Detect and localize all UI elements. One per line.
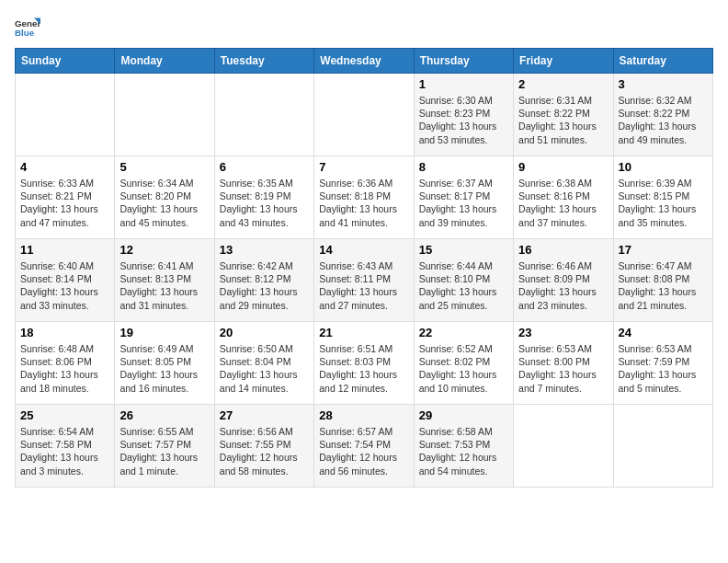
day-number: 9 bbox=[518, 160, 608, 174]
day-number: 13 bbox=[220, 243, 309, 257]
day-cell: 24Sunrise: 6:53 AMSunset: 7:59 PMDayligh… bbox=[613, 322, 712, 405]
day-cell: 10Sunrise: 6:39 AMSunset: 8:15 PMDayligh… bbox=[613, 156, 712, 239]
logo-icon: General Blue bbox=[15, 15, 40, 40]
day-number: 23 bbox=[518, 326, 608, 339]
day-info: Sunrise: 6:49 AMSunset: 8:05 PMDaylight:… bbox=[119, 342, 209, 395]
day-number: 10 bbox=[619, 160, 708, 174]
day-cell: 25Sunrise: 6:54 AMSunset: 7:58 PMDayligh… bbox=[16, 405, 115, 488]
day-cell: 8Sunrise: 6:37 AMSunset: 8:17 PMDaylight… bbox=[414, 156, 513, 239]
day-info: Sunrise: 6:48 AMSunset: 8:06 PMDaylight:… bbox=[20, 342, 109, 395]
calendar-table: SundayMondayTuesdayWednesdayThursdayFrid… bbox=[15, 48, 713, 488]
day-cell: 23Sunrise: 6:53 AMSunset: 8:00 PMDayligh… bbox=[514, 322, 613, 405]
day-cell: 17Sunrise: 6:47 AMSunset: 8:08 PMDayligh… bbox=[613, 239, 712, 322]
day-number: 21 bbox=[319, 326, 408, 339]
day-info: Sunrise: 6:53 AMSunset: 7:59 PMDaylight:… bbox=[619, 342, 708, 395]
header-cell-monday: Monday bbox=[115, 49, 214, 74]
day-cell: 7Sunrise: 6:36 AMSunset: 8:18 PMDaylight… bbox=[314, 156, 414, 239]
day-number: 7 bbox=[319, 160, 408, 174]
day-number: 25 bbox=[20, 408, 109, 422]
day-info: Sunrise: 6:38 AMSunset: 8:16 PMDaylight:… bbox=[518, 177, 608, 229]
day-cell: 20Sunrise: 6:50 AMSunset: 8:04 PMDayligh… bbox=[214, 322, 313, 405]
day-number: 16 bbox=[518, 243, 608, 257]
day-number: 15 bbox=[419, 243, 508, 257]
day-cell: 2Sunrise: 6:31 AMSunset: 8:22 PMDaylight… bbox=[514, 74, 613, 156]
day-cell: 29Sunrise: 6:58 AMSunset: 7:53 PMDayligh… bbox=[414, 405, 513, 488]
day-cell: 9Sunrise: 6:38 AMSunset: 8:16 PMDaylight… bbox=[514, 156, 613, 239]
day-number: 11 bbox=[20, 243, 109, 257]
day-cell: 1Sunrise: 6:30 AMSunset: 8:23 PMDaylight… bbox=[414, 74, 513, 156]
day-number: 4 bbox=[20, 160, 109, 174]
day-cell bbox=[16, 74, 115, 156]
day-cell: 14Sunrise: 6:43 AMSunset: 8:11 PMDayligh… bbox=[314, 239, 414, 322]
day-cell: 16Sunrise: 6:46 AMSunset: 8:09 PMDayligh… bbox=[514, 239, 613, 322]
day-info: Sunrise: 6:30 AMSunset: 8:23 PMDaylight:… bbox=[419, 94, 508, 146]
day-cell: 5Sunrise: 6:34 AMSunset: 8:20 PMDaylight… bbox=[115, 156, 214, 239]
day-info: Sunrise: 6:55 AMSunset: 7:57 PMDaylight:… bbox=[119, 425, 209, 477]
day-info: Sunrise: 6:35 AMSunset: 8:19 PMDaylight:… bbox=[220, 177, 309, 229]
day-cell: 26Sunrise: 6:55 AMSunset: 7:57 PMDayligh… bbox=[115, 405, 214, 488]
day-info: Sunrise: 6:43 AMSunset: 8:11 PMDaylight:… bbox=[319, 259, 408, 312]
header-cell-saturday: Saturday bbox=[613, 49, 712, 74]
day-number: 29 bbox=[419, 408, 508, 422]
day-info: Sunrise: 6:42 AMSunset: 8:12 PMDaylight:… bbox=[220, 259, 309, 312]
day-cell bbox=[314, 74, 414, 156]
day-number: 20 bbox=[220, 326, 309, 339]
day-number: 26 bbox=[119, 408, 209, 422]
header-cell-tuesday: Tuesday bbox=[214, 49, 313, 74]
day-number: 28 bbox=[319, 408, 408, 422]
day-number: 5 bbox=[119, 160, 209, 174]
svg-text:Blue: Blue bbox=[15, 28, 35, 38]
day-info: Sunrise: 6:39 AMSunset: 8:15 PMDaylight:… bbox=[619, 177, 708, 229]
calendar-body: 1Sunrise: 6:30 AMSunset: 8:23 PMDaylight… bbox=[16, 74, 713, 488]
day-cell bbox=[115, 74, 214, 156]
day-info: Sunrise: 6:54 AMSunset: 7:58 PMDaylight:… bbox=[20, 425, 109, 477]
header-cell-thursday: Thursday bbox=[414, 49, 513, 74]
day-info: Sunrise: 6:37 AMSunset: 8:17 PMDaylight:… bbox=[419, 177, 508, 229]
day-info: Sunrise: 6:51 AMSunset: 8:03 PMDaylight:… bbox=[319, 342, 408, 395]
day-cell bbox=[214, 74, 313, 156]
day-info: Sunrise: 6:31 AMSunset: 8:22 PMDaylight:… bbox=[518, 94, 608, 146]
day-info: Sunrise: 6:50 AMSunset: 8:04 PMDaylight:… bbox=[220, 342, 309, 395]
week-row-1: 4Sunrise: 6:33 AMSunset: 8:21 PMDaylight… bbox=[16, 156, 713, 239]
day-cell: 11Sunrise: 6:40 AMSunset: 8:14 PMDayligh… bbox=[16, 239, 115, 322]
day-number: 3 bbox=[619, 77, 708, 91]
day-info: Sunrise: 6:44 AMSunset: 8:10 PMDaylight:… bbox=[419, 259, 508, 312]
day-cell bbox=[514, 405, 613, 488]
day-number: 14 bbox=[319, 243, 408, 257]
day-info: Sunrise: 6:52 AMSunset: 8:02 PMDaylight:… bbox=[419, 342, 508, 395]
day-info: Sunrise: 6:47 AMSunset: 8:08 PMDaylight:… bbox=[619, 259, 708, 312]
header-cell-wednesday: Wednesday bbox=[314, 49, 414, 74]
logo: General Blue bbox=[15, 15, 40, 40]
calendar-header-row: SundayMondayTuesdayWednesdayThursdayFrid… bbox=[16, 49, 713, 74]
day-cell: 4Sunrise: 6:33 AMSunset: 8:21 PMDaylight… bbox=[16, 156, 115, 239]
day-info: Sunrise: 6:36 AMSunset: 8:18 PMDaylight:… bbox=[319, 177, 408, 229]
week-row-0: 1Sunrise: 6:30 AMSunset: 8:23 PMDaylight… bbox=[16, 74, 713, 156]
day-number: 1 bbox=[419, 77, 508, 91]
day-cell: 3Sunrise: 6:32 AMSunset: 8:22 PMDaylight… bbox=[613, 74, 712, 156]
day-cell bbox=[613, 405, 712, 488]
day-info: Sunrise: 6:40 AMSunset: 8:14 PMDaylight:… bbox=[20, 259, 109, 312]
day-cell: 13Sunrise: 6:42 AMSunset: 8:12 PMDayligh… bbox=[214, 239, 313, 322]
day-number: 22 bbox=[419, 326, 508, 339]
week-row-3: 18Sunrise: 6:48 AMSunset: 8:06 PMDayligh… bbox=[16, 322, 713, 405]
day-info: Sunrise: 6:32 AMSunset: 8:22 PMDaylight:… bbox=[619, 94, 708, 146]
day-info: Sunrise: 6:46 AMSunset: 8:09 PMDaylight:… bbox=[518, 259, 608, 312]
day-number: 24 bbox=[619, 326, 708, 339]
day-number: 2 bbox=[518, 77, 608, 91]
day-cell: 6Sunrise: 6:35 AMSunset: 8:19 PMDaylight… bbox=[214, 156, 313, 239]
day-number: 17 bbox=[619, 243, 708, 257]
day-info: Sunrise: 6:33 AMSunset: 8:21 PMDaylight:… bbox=[20, 177, 109, 229]
day-number: 18 bbox=[20, 326, 109, 339]
day-number: 19 bbox=[119, 326, 209, 339]
day-info: Sunrise: 6:58 AMSunset: 7:53 PMDaylight:… bbox=[419, 425, 508, 477]
day-info: Sunrise: 6:56 AMSunset: 7:55 PMDaylight:… bbox=[220, 425, 309, 477]
day-number: 12 bbox=[119, 243, 209, 257]
day-number: 27 bbox=[220, 408, 309, 422]
day-number: 8 bbox=[419, 160, 508, 174]
day-cell: 15Sunrise: 6:44 AMSunset: 8:10 PMDayligh… bbox=[414, 239, 513, 322]
day-info: Sunrise: 6:34 AMSunset: 8:20 PMDaylight:… bbox=[119, 177, 209, 229]
day-cell: 18Sunrise: 6:48 AMSunset: 8:06 PMDayligh… bbox=[16, 322, 115, 405]
header-cell-friday: Friday bbox=[514, 49, 613, 74]
day-cell: 22Sunrise: 6:52 AMSunset: 8:02 PMDayligh… bbox=[414, 322, 513, 405]
week-row-2: 11Sunrise: 6:40 AMSunset: 8:14 PMDayligh… bbox=[16, 239, 713, 322]
